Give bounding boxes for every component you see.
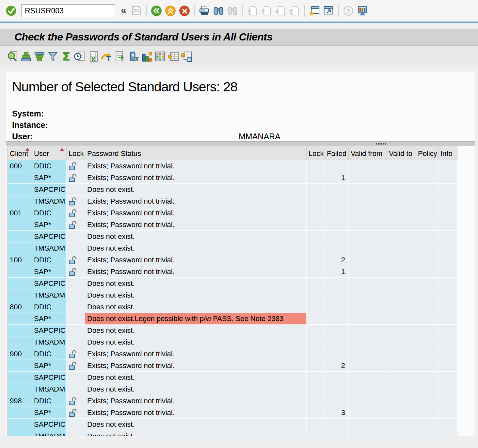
cell-lock-icon[interactable] — [67, 231, 85, 242]
cell-valid-to[interactable] — [387, 419, 416, 430]
first-page-icon[interactable] — [247, 5, 258, 17]
cell-lock-icon[interactable] — [67, 184, 85, 195]
find-next-icon[interactable] — [227, 5, 238, 17]
cell-failed[interactable] — [325, 348, 349, 360]
back-icon[interactable] — [151, 5, 162, 17]
change-layout-icon[interactable] — [167, 51, 179, 63]
cell-info[interactable] — [438, 172, 457, 184]
cell-valid-to[interactable] — [387, 254, 416, 266]
cell-password-status[interactable]: Does not exist. — [85, 336, 307, 348]
cell-client[interactable]: 001 — [8, 207, 32, 219]
cell-valid-from[interactable] — [349, 430, 387, 436]
cell-valid-from[interactable] — [349, 184, 387, 195]
cell-lock[interactable] — [307, 207, 325, 219]
command-field-dropdown-icon[interactable]: ⌄ — [120, 8, 128, 14]
cell-info[interactable] — [438, 219, 457, 231]
cell-policy[interactable] — [416, 301, 438, 313]
cell-policy[interactable] — [416, 160, 438, 172]
cell-failed[interactable] — [325, 325, 349, 336]
cell-lock-icon[interactable] — [67, 301, 85, 313]
cell-valid-to[interactable] — [387, 160, 416, 172]
cell-valid-to[interactable] — [387, 383, 416, 395]
splitter-grip-icon[interactable] — [376, 143, 387, 145]
current-layout-icon[interactable] — [154, 51, 166, 63]
cell-valid-to[interactable] — [387, 242, 416, 254]
cell-lock-icon[interactable] — [67, 407, 85, 419]
cell-info[interactable] — [438, 184, 457, 195]
cell-valid-from[interactable] — [349, 360, 387, 372]
cell-lock[interactable] — [307, 172, 325, 184]
cell-lock[interactable] — [307, 395, 325, 407]
column-header-client[interactable]: Client — [8, 147, 32, 160]
cell-lock-icon[interactable] — [67, 219, 85, 231]
cell-password-status[interactable]: Exists; Password not trivial. — [85, 348, 307, 360]
cell-valid-to[interactable] — [387, 407, 416, 419]
cell-policy[interactable] — [416, 360, 438, 372]
cell-user[interactable]: TMSADM — [32, 195, 67, 207]
graphic-icon[interactable] — [140, 51, 152, 63]
cell-user[interactable]: TMSADM — [32, 289, 67, 301]
cell-client[interactable] — [8, 278, 32, 289]
cell-user[interactable]: SAP* — [32, 360, 67, 372]
column-header-lock[interactable]: Lock — [307, 147, 325, 160]
next-page-icon[interactable] — [275, 5, 286, 17]
cell-failed[interactable] — [325, 395, 349, 407]
save-layout-icon[interactable]: H — [181, 51, 193, 63]
cell-lock[interactable] — [307, 336, 325, 348]
cell-password-status[interactable]: Does not exist. — [85, 289, 307, 301]
cell-client[interactable]: 000 — [8, 160, 32, 172]
cell-policy[interactable] — [416, 372, 438, 383]
sort-ascending-icon[interactable] — [20, 51, 32, 63]
cell-failed[interactable] — [325, 207, 349, 219]
filter-icon[interactable] — [47, 51, 59, 63]
cell-policy[interactable] — [416, 336, 438, 348]
cell-valid-to[interactable] — [387, 360, 416, 372]
cell-valid-from[interactable] — [349, 195, 387, 207]
cell-info[interactable] — [438, 242, 457, 254]
cell-valid-to[interactable] — [387, 195, 416, 207]
column-header-lock[interactable]: Lock — [67, 147, 85, 160]
cell-password-status[interactable]: Does not exist. — [85, 278, 307, 289]
cell-valid-from[interactable] — [349, 207, 387, 219]
find-icon[interactable] — [213, 5, 224, 17]
cell-lock-icon[interactable] — [67, 289, 85, 301]
cell-info[interactable] — [438, 278, 457, 289]
cell-failed[interactable]: 2 — [325, 254, 349, 266]
cell-info[interactable] — [438, 313, 457, 325]
pane-splitter[interactable] — [6, 141, 475, 146]
cell-valid-from[interactable] — [349, 348, 387, 360]
cell-user[interactable]: SAPCPIC — [32, 184, 67, 195]
cell-policy[interactable] — [416, 219, 438, 231]
cell-password-status[interactable]: Exists; Password not trivial. — [85, 254, 307, 266]
new-session-icon[interactable] — [309, 5, 320, 17]
cell-policy[interactable] — [416, 348, 438, 360]
total-icon[interactable]: Σ — [60, 51, 72, 63]
cell-lock[interactable] — [307, 430, 325, 436]
cell-user[interactable]: DDIC — [32, 348, 67, 360]
cell-valid-to[interactable] — [387, 219, 416, 231]
cell-lock[interactable] — [307, 360, 325, 372]
cell-policy[interactable] — [416, 395, 438, 407]
cell-policy[interactable] — [416, 278, 438, 289]
cell-lock-icon[interactable] — [67, 430, 85, 436]
cell-user[interactable]: TMSADM — [32, 383, 67, 395]
cell-user[interactable]: SAP* — [32, 172, 67, 184]
cell-lock-icon[interactable] — [67, 195, 85, 207]
cell-lock-icon[interactable] — [67, 325, 85, 336]
cell-user[interactable]: DDIC — [32, 160, 67, 172]
cell-valid-to[interactable] — [387, 325, 416, 336]
cell-valid-from[interactable] — [349, 395, 387, 407]
cell-valid-from[interactable] — [349, 289, 387, 301]
cell-client[interactable] — [8, 172, 32, 184]
cell-client[interactable] — [8, 266, 32, 278]
cell-info[interactable] — [438, 301, 457, 313]
cell-policy[interactable] — [416, 313, 438, 325]
cell-lock[interactable] — [307, 289, 325, 301]
cell-lock-icon[interactable] — [67, 348, 85, 360]
create-shortcut-icon[interactable] — [323, 5, 334, 17]
cell-password-status[interactable]: Exists; Password not trivial. — [85, 395, 307, 407]
print-preview-icon[interactable] — [73, 51, 86, 63]
column-header-valid-to[interactable]: Valid to — [387, 147, 416, 160]
cell-failed[interactable] — [325, 383, 349, 395]
cell-failed[interactable] — [325, 242, 349, 254]
